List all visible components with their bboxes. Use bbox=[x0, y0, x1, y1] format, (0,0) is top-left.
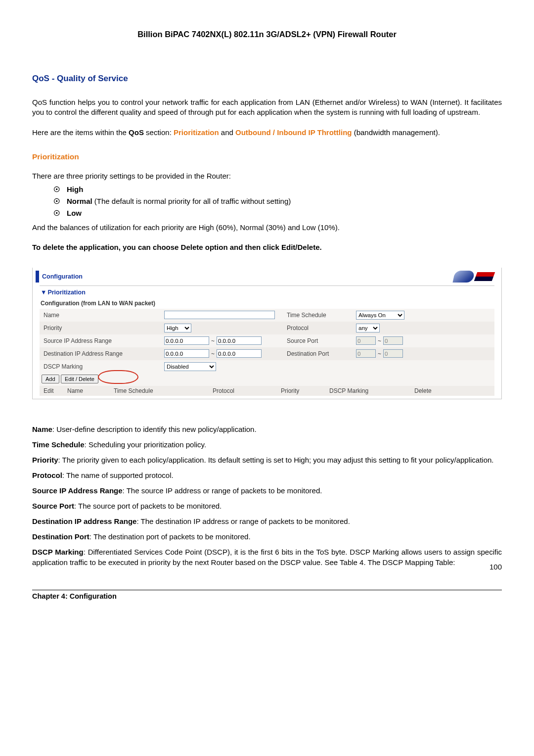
paragraph-delete-note: To delete the application, you can choos… bbox=[32, 242, 502, 252]
col-delete: Delete bbox=[412, 387, 446, 394]
def-term: Time Schedule bbox=[32, 440, 85, 449]
priority-bullet-list: ☉High ☉Normal (The default is normal pri… bbox=[32, 185, 502, 218]
header-accent-bar bbox=[36, 271, 39, 283]
brand-logo bbox=[454, 270, 498, 284]
tilde-icon: ~ bbox=[377, 337, 382, 344]
label-time-schedule: Time Schedule bbox=[285, 311, 354, 319]
text-bold: QoS bbox=[129, 128, 144, 137]
label-name: Name bbox=[42, 311, 162, 319]
text: Here are the items within the bbox=[32, 128, 129, 137]
def-term: DSCP Marking bbox=[32, 548, 84, 556]
col-time-schedule: Time Schedule bbox=[112, 387, 211, 394]
list-item: ☉Low bbox=[53, 209, 502, 218]
bullet-icon: ☉ bbox=[53, 185, 60, 194]
logo-swoosh-icon bbox=[452, 271, 475, 283]
col-dscp: DSCP Marking bbox=[327, 387, 412, 394]
bullet-normal-desc: (The default is normal priority for all … bbox=[92, 197, 291, 205]
definitions-block: Name: User-define description to identif… bbox=[32, 424, 502, 567]
def-desc: : The source port of packets to be monit… bbox=[74, 502, 222, 510]
col-edit: Edit bbox=[42, 387, 65, 394]
col-priority: Priority bbox=[279, 387, 327, 394]
page-number: 100 bbox=[490, 563, 502, 571]
form-row-name: Name Time Schedule Always On bbox=[40, 309, 494, 322]
form-row-source-ip: Source IP Address Range ~ Source Port ~ bbox=[40, 334, 494, 347]
def-source-ip: Source IP Address Range: The source IP a… bbox=[32, 485, 502, 496]
def-dest-port: Destination Port: The destination port o… bbox=[32, 531, 502, 542]
def-desc: : The destination port of packets to be … bbox=[89, 532, 251, 541]
dest-ip-to-input[interactable] bbox=[217, 349, 262, 358]
def-desc: : Scheduling your prioritization policy. bbox=[85, 440, 207, 449]
dest-port-to-input bbox=[383, 349, 403, 358]
form-row-priority: Priority High Protocol any bbox=[40, 322, 494, 334]
def-protocol: Protocol: The name of supported protocol… bbox=[32, 470, 502, 480]
configuration-panel: Configuration ▼Prioritization Configurat… bbox=[32, 268, 502, 399]
priority-select[interactable]: High bbox=[164, 324, 191, 332]
def-dest-ip: Destination IP address Range: The destin… bbox=[32, 516, 502, 526]
panel-header: Configuration bbox=[33, 268, 501, 285]
dest-ip-from-input[interactable] bbox=[164, 349, 209, 358]
tilde-icon: ~ bbox=[377, 350, 382, 357]
link-throttling[interactable]: Outbound / Inbound IP Throttling bbox=[235, 128, 352, 137]
def-term: Protocol bbox=[32, 471, 62, 479]
label-dest-port: Destination Port bbox=[285, 350, 354, 358]
paragraph: There are three priority settings to be … bbox=[32, 171, 502, 181]
def-time-schedule: Time Schedule: Scheduling your prioritiz… bbox=[32, 439, 502, 450]
header-title: Configuration bbox=[42, 273, 83, 280]
document-title: Billion BiPAC 7402NX(L) 802.11n 3G/ADSL2… bbox=[32, 30, 502, 39]
section-heading-qos: QoS - Quality of Service bbox=[32, 74, 502, 84]
col-name: Name bbox=[65, 387, 112, 394]
protocol-select[interactable]: any bbox=[356, 324, 380, 332]
table-header-row: Edit Name Time Schedule Protocol Priorit… bbox=[40, 386, 494, 396]
tilde-icon: ~ bbox=[210, 337, 216, 344]
label-priority: Priority bbox=[42, 324, 162, 332]
logo-flag-icon bbox=[474, 272, 495, 281]
label-source-ip: Source IP Address Range bbox=[42, 337, 162, 345]
add-button[interactable]: Add bbox=[42, 375, 59, 383]
paragraph-items: Here are the items within the QoS sectio… bbox=[32, 128, 502, 138]
time-schedule-select[interactable]: Always On bbox=[356, 311, 404, 320]
source-port-from-input bbox=[356, 336, 376, 345]
def-desc: : Differentiated Services Code Point (DS… bbox=[32, 548, 502, 567]
def-term: Destination Port bbox=[32, 532, 89, 541]
def-term: Priority bbox=[32, 456, 58, 464]
text: section: bbox=[144, 128, 174, 137]
form-row-dscp: DSCP Marking Disabled bbox=[40, 360, 494, 373]
list-item: ☉High bbox=[53, 185, 502, 194]
def-term: Name bbox=[32, 425, 52, 433]
def-term: Source IP Address Range bbox=[32, 486, 123, 495]
text: (bandwidth management). bbox=[352, 128, 440, 137]
panel-subtitle: Configuration (from LAN to WAN packet) bbox=[40, 298, 494, 309]
edit-delete-button[interactable]: Edit / Delete bbox=[61, 375, 98, 383]
sub-heading-prioritization: Prioritization bbox=[32, 152, 502, 161]
bullet-icon: ☉ bbox=[53, 209, 60, 218]
text: and bbox=[219, 128, 235, 137]
bullet-low: Low bbox=[67, 209, 82, 217]
def-desc: : The source IP address or range of pack… bbox=[123, 486, 322, 495]
def-priority: Priority: The priority given to each pol… bbox=[32, 455, 502, 465]
label-protocol: Protocol bbox=[285, 324, 354, 332]
dscp-select[interactable]: Disabled bbox=[164, 362, 216, 371]
list-item: ☉Normal (The default is normal priority … bbox=[53, 197, 502, 206]
dest-port-from-input bbox=[356, 349, 376, 358]
bullet-normal: Normal bbox=[67, 197, 92, 205]
name-input[interactable] bbox=[164, 311, 275, 319]
def-desc: : The name of supported protocol. bbox=[62, 471, 174, 479]
panel-section-title[interactable]: ▼Prioritization bbox=[40, 285, 494, 298]
label-source-port: Source Port bbox=[285, 337, 354, 345]
link-prioritization[interactable]: Prioritization bbox=[174, 128, 219, 137]
col-protocol: Protocol bbox=[211, 387, 279, 394]
paragraph: And the balances of utilization for each… bbox=[32, 223, 502, 233]
source-ip-to-input[interactable] bbox=[217, 336, 262, 345]
source-port-to-input bbox=[383, 336, 403, 345]
tilde-icon: ~ bbox=[210, 350, 216, 357]
bullet-icon: ☉ bbox=[53, 197, 60, 206]
def-name: Name: User-define description to identif… bbox=[32, 424, 502, 434]
label-dest-ip: Destination IP Address Range bbox=[42, 350, 162, 358]
button-row: Add Edit / Delete bbox=[40, 373, 494, 386]
label-dscp: DSCP Marking bbox=[42, 363, 162, 371]
source-ip-from-input[interactable] bbox=[164, 336, 209, 345]
def-desc: : The destination IP address or range of… bbox=[136, 517, 350, 525]
form-row-dest-ip: Destination IP Address Range ~ Destinati… bbox=[40, 347, 494, 360]
def-dscp: DSCP Marking: Differentiated Services Co… bbox=[32, 547, 502, 567]
paragraph-intro: QoS function helps you to control your n… bbox=[32, 97, 502, 118]
